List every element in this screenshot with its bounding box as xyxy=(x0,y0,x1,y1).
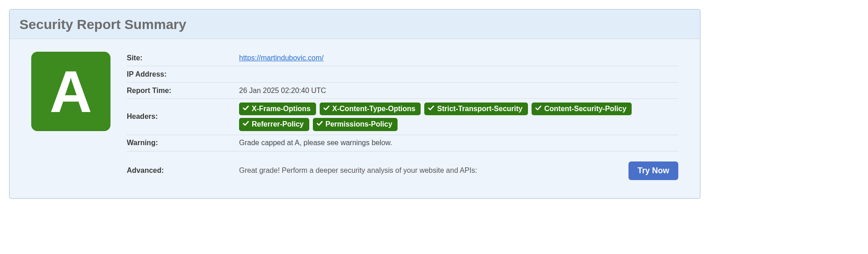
header-pill-label: X-Frame-Options xyxy=(252,104,311,114)
label-advanced: Advanced: xyxy=(127,166,239,175)
header-pill-label: Permissions-Policy xyxy=(326,119,393,129)
check-icon xyxy=(323,104,330,114)
check-icon xyxy=(428,104,434,114)
header-pill-label: X-Content-Type-Options xyxy=(332,104,416,114)
row-site: Site: https://martindubovic.com/ xyxy=(127,50,678,66)
panel-body: A Site: https://martindubovic.com/ IP Ad… xyxy=(10,39,700,198)
header-pill: Referrer-Policy xyxy=(239,118,309,131)
row-advanced: Advanced: Great grade! Perform a deeper … xyxy=(127,151,678,186)
header-pill: X-Content-Type-Options xyxy=(320,103,421,115)
headers-list: X-Frame-OptionsX-Content-Type-OptionsStr… xyxy=(239,103,678,131)
panel-title: Security Report Summary xyxy=(19,17,690,32)
row-report-time: Report Time: 26 Jan 2025 02:20:40 UTC xyxy=(127,83,678,99)
grade-letter: A xyxy=(50,62,92,121)
value-advanced: Great grade! Perform a deeper security a… xyxy=(239,166,623,175)
label-headers: Headers: xyxy=(127,112,239,121)
label-report-time: Report Time: xyxy=(127,87,239,95)
details-table: Site: https://martindubovic.com/ IP Addr… xyxy=(127,50,678,186)
header-pill: Permissions-Policy xyxy=(313,118,398,131)
header-pill: X-Frame-Options xyxy=(239,103,316,115)
header-pill-label: Strict-Transport-Security xyxy=(437,104,522,114)
security-report-panel: Security Report Summary A Site: https://… xyxy=(9,9,700,199)
check-icon xyxy=(535,104,542,114)
row-ip: IP Address: xyxy=(127,66,678,83)
check-icon xyxy=(317,119,323,129)
value-warning: Grade capped at A, please see warnings b… xyxy=(239,139,678,147)
row-warning: Warning: Grade capped at A, please see w… xyxy=(127,135,678,151)
label-warning: Warning: xyxy=(127,139,239,147)
label-site: Site: xyxy=(127,54,239,62)
header-pill: Content-Security-Policy xyxy=(532,103,632,115)
site-link[interactable]: https://martindubovic.com/ xyxy=(239,54,324,62)
try-now-button[interactable]: Try Now xyxy=(628,161,678,180)
value-report-time: 26 Jan 2025 02:20:40 UTC xyxy=(239,87,678,95)
panel-header: Security Report Summary xyxy=(10,10,700,39)
check-icon xyxy=(243,104,249,114)
row-headers: Headers: X-Frame-OptionsX-Content-Type-O… xyxy=(127,99,678,135)
grade-badge: A xyxy=(31,52,110,131)
check-icon xyxy=(243,119,249,129)
header-pill-label: Referrer-Policy xyxy=(252,119,304,129)
header-pill: Strict-Transport-Security xyxy=(424,103,528,115)
header-pill-label: Content-Security-Policy xyxy=(544,104,626,114)
label-ip: IP Address: xyxy=(127,70,239,78)
